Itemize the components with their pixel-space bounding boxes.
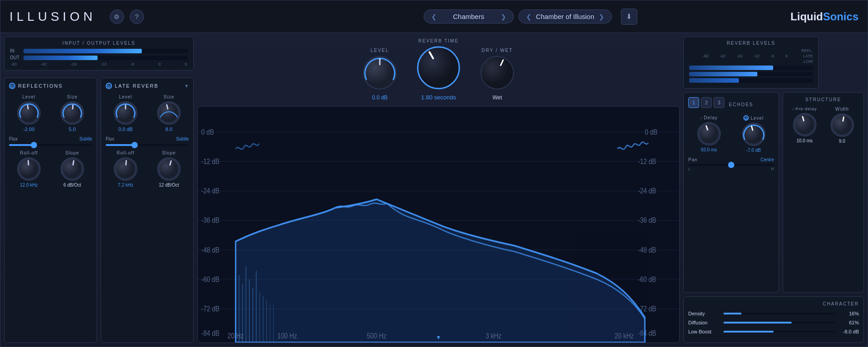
echoes-knobs: ♪ Delay 93.0 ms <box>688 115 774 153</box>
lowboost-slider[interactable] <box>723 331 835 333</box>
character-panel: CHARACTER Density 16% Diffusion 61% <box>683 296 864 343</box>
drywet-control: DRY / WET <box>479 48 515 101</box>
echoes-panel: 1 2 3 ECHOES ♪ Delay <box>683 92 779 293</box>
late-level-knob[interactable] <box>114 101 137 125</box>
category-next[interactable]: ❯ <box>501 13 506 20</box>
help-button[interactable]: ? <box>130 9 144 24</box>
svg-text:-36 dB: -36 dB <box>638 216 656 225</box>
reverb-time-knob[interactable] <box>416 45 461 92</box>
brand: LiquidSonics <box>790 10 859 23</box>
late-level-knob-item: Level 0.0 dB <box>106 94 145 132</box>
center-column: LEVEL <box>197 37 680 343</box>
pan-control: Pan Centre L R <box>688 157 774 171</box>
svg-point-61 <box>699 124 719 144</box>
svg-line-5 <box>28 161 28 165</box>
level-knob[interactable] <box>362 55 398 93</box>
reflections-slope-knob[interactable] <box>61 157 84 181</box>
predelay-knob[interactable] <box>793 113 817 136</box>
in-label: IN <box>10 48 21 53</box>
svg-text:-12 dB: -12 dB <box>201 157 219 165</box>
echo-level-power[interactable]: ⏻ <box>743 115 749 121</box>
reflections-power[interactable]: ⏻ <box>9 83 15 89</box>
svg-text:100 Hz: 100 Hz <box>277 331 297 340</box>
late-meter-row <box>689 72 813 76</box>
echo-tab-1[interactable]: 1 <box>688 97 699 108</box>
late-reverb-flux-row: Flux Subtle <box>106 136 189 141</box>
spectrum-expand-arrow[interactable]: ▼ <box>436 334 441 341</box>
late-reverb-knobs: Level 0.0 dB <box>106 94 189 132</box>
late-reverb-knobs-2: Roll-off 7.2 kHz Slope <box>106 150 189 188</box>
late-reverb-title: ⏻ LATE REVERB ▾ <box>106 83 189 89</box>
svg-text:-36 dB: -36 dB <box>201 216 219 225</box>
category-prev[interactable]: ❮ <box>431 13 437 20</box>
late-rolloff-knob[interactable] <box>114 157 137 181</box>
echo-tab-3[interactable]: 3 <box>714 97 724 108</box>
brand-sonics: Sonics <box>823 10 859 23</box>
preset-next[interactable]: ❯ <box>599 13 604 20</box>
late-size-knob[interactable] <box>157 101 181 125</box>
drywet-knob[interactable] <box>479 55 515 93</box>
structure-knobs: ♪ Pre-delay 10.0 ms <box>788 107 859 144</box>
in-meter-fill <box>23 49 142 53</box>
density-row: Density 16% <box>688 311 859 316</box>
echo-level-knob[interactable] <box>742 122 765 146</box>
reverb-levels-title: REVERB LEVELS <box>689 41 813 46</box>
reflections-knobs: Level -2.00 <box>9 94 92 132</box>
svg-text:-48 dB: -48 dB <box>201 245 219 254</box>
in-meter-row: IN <box>10 48 188 53</box>
reflections-level-knob[interactable] <box>17 101 41 125</box>
reflections-flux-slider[interactable] <box>9 144 92 146</box>
svg-text:-24 dB: -24 dB <box>638 187 656 195</box>
meter-scale: -60 -42 -24 -12 -6 0 6 <box>10 62 188 66</box>
late-rolloff-knob-item: Roll-off 7.2 kHz <box>106 150 145 188</box>
reverb-levels-panel: REVERB LEVELS -60 -42 -24 -12 -6 6 REFL.… <box>683 37 819 89</box>
svg-point-18 <box>418 47 459 89</box>
category-label: Chambers <box>441 13 496 20</box>
in-meter <box>23 49 188 53</box>
low-meter-row <box>689 78 813 83</box>
echo-tab-2[interactable]: 2 <box>701 97 712 108</box>
width-knob[interactable] <box>831 113 854 137</box>
reverb-time-value: 1.80 seconds <box>421 94 456 101</box>
svg-text:-60 dB: -60 dB <box>638 275 656 283</box>
io-levels-title: INPUT / OUTPUT LEVELS <box>10 41 188 46</box>
reflections-level-knob-item: Level -2.00 <box>9 94 49 132</box>
svg-point-0 <box>19 103 39 123</box>
preset-nav: ❮ Chamber of Illusion ❯ <box>518 9 612 23</box>
download-button[interactable]: ⬇ <box>621 9 637 25</box>
svg-text:0 dB: 0 dB <box>645 127 658 136</box>
plugin-container: ILLUSION ⚙ ? ❮ Chambers ❯ ❮ Chamber of I… <box>0 0 868 347</box>
svg-text:20 kHz: 20 kHz <box>615 331 634 340</box>
pan-slider[interactable] <box>688 164 774 166</box>
echo-delay-knob-item: ♪ Delay 93.0 ms <box>688 115 729 153</box>
echo-delay-knob[interactable] <box>697 122 721 145</box>
preset-prev[interactable]: ❮ <box>526 13 532 20</box>
right-column: REVERB LEVELS -60 -42 -24 -12 -6 6 REFL.… <box>683 37 864 343</box>
settings-button[interactable]: ⚙ <box>110 9 124 24</box>
late-reverb-power[interactable]: ⏻ <box>106 83 112 89</box>
drywet-label: DRY / WET <box>481 48 513 53</box>
late-reverb-flux-slider[interactable] <box>106 144 189 146</box>
reflections-size-knob[interactable] <box>61 101 84 125</box>
late-slope-knob[interactable] <box>157 157 181 181</box>
level-value: 0.0 dB <box>372 94 388 101</box>
reflections-rolloff-knob[interactable] <box>17 157 41 181</box>
svg-text:20 Hz: 20 Hz <box>228 331 244 340</box>
diffusion-slider[interactable] <box>723 322 835 324</box>
preset-label: Chamber of Illusion <box>536 13 594 20</box>
svg-point-10 <box>159 103 179 123</box>
density-slider[interactable] <box>723 313 835 314</box>
late-reverb-dropdown[interactable]: ▾ <box>185 83 189 89</box>
reflections-knobs-2: Roll-off 12.0 kHz Slope <box>9 150 92 188</box>
category-nav: ❮ Chambers ❯ <box>424 9 514 23</box>
svg-point-20 <box>481 56 513 89</box>
svg-text:-72 dB: -72 dB <box>201 305 219 313</box>
out-meter-fill <box>23 56 98 60</box>
header: ILLUSION ⚙ ? ❮ Chambers ❯ ❮ Chamber of I… <box>0 0 868 33</box>
echo-level-knob-item: ⏻ Level -7.0 dB <box>733 115 774 153</box>
svg-line-13 <box>126 161 126 165</box>
reverb-time-label: REVERB TIME <box>418 38 459 43</box>
lowboost-row: Low Boost -8.0 dB <box>688 329 859 334</box>
late-reverb-panel: ⏻ LATE REVERB ▾ Level <box>101 78 194 343</box>
reflections-title: ⏻ REFLECTIONS <box>9 83 92 89</box>
